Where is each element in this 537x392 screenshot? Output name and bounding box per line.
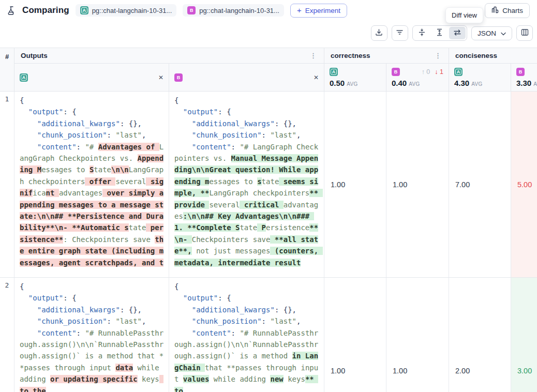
expand-vertical-icon: [436, 28, 443, 38]
filter-icon: [396, 28, 404, 38]
code-token: :: [231, 143, 240, 151]
code-token: keys: [138, 375, 159, 383]
experiment-a-badge: A: [20, 73, 28, 82]
collapse-vertical-icon: [418, 28, 426, 38]
conciseness-column-header: conciseness: [449, 48, 537, 63]
code-token: :: [262, 131, 271, 139]
experiment-a-name: pg::chat-langchain-10-31...: [92, 7, 172, 14]
code-token: "content": [37, 143, 77, 151]
experiment-a-badge: A: [80, 6, 88, 14]
code-token: advantages: [59, 189, 102, 197]
correctness-header-label: correctness: [331, 52, 370, 59]
code-token: "additional_kwargs": [37, 119, 120, 128]
diff-added: critical: [240, 201, 283, 209]
table-header: # Outputs ⋮ correctness ⋮ conciseness: [0, 48, 537, 92]
conciseness-a-cell[interactable]: 7.00: [449, 92, 511, 277]
code-token: "chunk_position": [192, 131, 262, 139]
conciseness-b-cell[interactable]: 3.00: [511, 278, 537, 392]
regressed-count: ↓ 1: [435, 68, 443, 76]
correctness-b-avg: 0.40: [392, 79, 407, 87]
code-token: "additional_kwargs": [37, 306, 120, 314]
outputs-a-subheader: A ✕: [14, 64, 169, 91]
diff-removed: nt: [46, 189, 59, 197]
correctness-b-cell[interactable]: 1.00: [386, 278, 449, 392]
code-token: tate: [240, 223, 257, 232]
code-token: several: [115, 177, 146, 186]
correctness-a-cell[interactable]: 1.00: [324, 92, 386, 277]
charts-label: Charts: [502, 7, 523, 14]
comparison-table: # Outputs ⋮ correctness ⋮ conciseness: [0, 48, 537, 392]
experiment-b-badge: B: [174, 73, 183, 82]
code-token: "last": [270, 131, 296, 139]
outputs-header-label: Outputs: [21, 52, 48, 59]
expand-rows-button[interactable]: [431, 27, 448, 39]
output-cell-b[interactable]: { "output": { "additional_kwargs": {}, "…: [169, 278, 324, 392]
correctness-b-cell[interactable]: 1.00: [386, 92, 449, 277]
code-token: :: [77, 329, 85, 337]
experiment-chip-b[interactable]: B pg::chat-langchain-10-31...: [183, 4, 284, 17]
diff-view-button[interactable]: [449, 27, 466, 39]
code-token: "additional_kwargs": [192, 119, 275, 128]
output-cell-a[interactable]: { "output": { "additional_kwargs": {}, "…: [14, 278, 169, 392]
plus-icon: +: [297, 8, 302, 13]
outputs-menu-icon[interactable]: ⋮: [309, 52, 318, 59]
format-select-value: JSON: [478, 29, 496, 37]
conciseness-b-cell[interactable]: 5.00: [511, 92, 537, 277]
toolbar: JSON: [0, 21, 537, 48]
format-select[interactable]: JSON: [471, 26, 512, 40]
code-token: "additional_kwargs": [192, 306, 275, 314]
correctness-a-cell[interactable]: 1.00: [324, 278, 386, 392]
table-row: 2{ "output": { "additional_kwargs": {}, …: [0, 278, 537, 392]
conciseness-b-avg: 3.30: [516, 79, 531, 87]
filter-button[interactable]: [392, 25, 408, 41]
experiment-b-badge: B: [392, 68, 400, 76]
code-token: {: [174, 96, 183, 116]
code-token: "#: [85, 329, 98, 337]
code-token: : Checkpointers save: [63, 235, 155, 244]
download-icon: [375, 28, 383, 38]
diff-view-tooltip: Diff view: [445, 7, 483, 23]
close-icon[interactable]: ✕: [314, 74, 319, 81]
improved-count: ↑ 0: [422, 68, 430, 76]
code-token: not just messages: [192, 247, 271, 255]
add-experiment-button[interactable]: + Experiment: [290, 4, 347, 18]
code-token: "content": [192, 143, 231, 151]
close-icon[interactable]: ✕: [158, 74, 163, 81]
code-token: while adding: [209, 375, 270, 383]
view-mode-group: [412, 25, 467, 41]
page-title: Comparing: [22, 5, 69, 16]
diff-removed: data: [115, 364, 133, 372]
output-cell-a[interactable]: { "output": { "additional_kwargs": {}, "…: [14, 92, 169, 277]
experiment-b-badge: B: [516, 68, 525, 76]
experiment-a-badge: A: [454, 68, 463, 76]
correctness-menu-icon[interactable]: ⋮: [434, 52, 442, 59]
bar-chart-icon: [491, 6, 499, 15]
conciseness-a-cell[interactable]: 2.00: [449, 278, 511, 392]
code-token: {: [20, 96, 28, 116]
diff-removed: offer: [85, 177, 115, 186]
collapse-rows-button[interactable]: [414, 27, 430, 39]
code-token: tate: [129, 223, 146, 232]
download-button[interactable]: [371, 25, 387, 41]
code-token: "content": [192, 329, 231, 337]
code-token: keys: [284, 375, 305, 383]
avg-label: AVG: [409, 81, 420, 87]
columns-button[interactable]: [516, 25, 533, 41]
code-token: "last": [270, 317, 296, 325]
code-token: :: [107, 131, 116, 139]
charts-button[interactable]: Charts: [485, 3, 530, 18]
table-row: 1{ "output": { "additional_kwargs": {}, …: [0, 92, 537, 278]
avg-label: AVG: [347, 81, 357, 87]
diff-removed: \n\n: [111, 165, 129, 174]
outputs-b-subheader: B ✕: [169, 64, 324, 91]
diff-removed: Advantages of: [98, 143, 159, 151]
swap-horizontal-icon: [453, 29, 461, 38]
experiment-a-badge: A: [330, 68, 338, 76]
output-cell-b[interactable]: { "output": { "additional_kwargs": {}, "…: [169, 92, 324, 277]
row-number: 2: [0, 278, 14, 392]
code-token: LangGraph checkpointers: [209, 189, 309, 197]
experiment-chip-a[interactable]: A pg::chat-langchain-10-31...: [76, 4, 177, 17]
code-token: tate: [94, 165, 111, 174]
code-token: essages to: [41, 165, 90, 174]
code-token: "#: [240, 143, 252, 151]
